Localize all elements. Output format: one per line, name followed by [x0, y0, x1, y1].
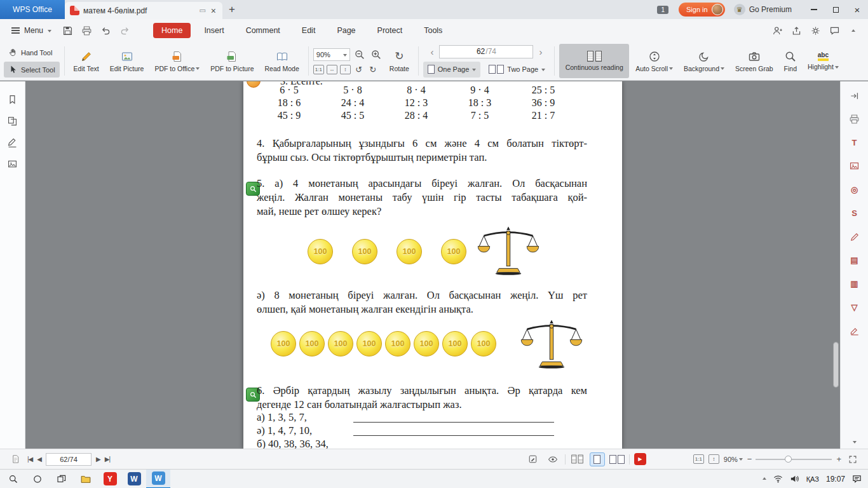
image-tool-button[interactable] [848, 159, 862, 173]
play-button[interactable]: ▶ [634, 453, 646, 465]
highlight-button[interactable]: abc Highlight [803, 44, 843, 78]
stamp-tool-button[interactable]: ◎ [848, 183, 862, 196]
maximize-button[interactable] [825, 0, 846, 19]
next-page-button[interactable]: › [537, 46, 544, 57]
share-user-button[interactable] [769, 23, 785, 38]
menu-button[interactable]: Menu [6, 23, 57, 38]
continuous-reading-button[interactable]: Continuous reading [559, 44, 629, 78]
volume-icon[interactable] [790, 474, 799, 484]
zoom-out-button[interactable] [353, 48, 367, 62]
fit-page-button[interactable]: ↕ [340, 65, 351, 74]
document-canvas[interactable]: 3. Есепте. 6 · 5 5 · 8 8 · 4 9 · 4 25 : … [25, 81, 840, 449]
edit-text-button[interactable]: Edit Text [69, 44, 104, 78]
fit-page-button[interactable]: ↕ [709, 454, 719, 464]
text-tool-button[interactable]: T [848, 136, 862, 149]
collapse-ribbon-button[interactable] [845, 23, 862, 38]
previous-page-button[interactable]: ‹ [428, 46, 435, 57]
settings-button[interactable] [807, 23, 824, 38]
close-window-button[interactable]: × [846, 0, 868, 19]
notification-count-badge[interactable]: 1 [657, 6, 668, 14]
read-mode-button[interactable]: Read Mode [261, 44, 304, 78]
page-setup-button[interactable] [8, 452, 23, 466]
zoom-in-button[interactable] [369, 48, 383, 62]
auto-scroll-button[interactable]: Auto Scroll [631, 44, 677, 78]
annotation-icon[interactable] [7, 137, 18, 148]
save-button[interactable] [59, 23, 76, 38]
previous-page-button[interactable]: ◀ [37, 456, 41, 463]
print-tool-button[interactable] [848, 112, 862, 126]
zoom-slider[interactable] [756, 459, 832, 460]
go-premium-button[interactable]: ♛ Go Premium [734, 4, 792, 15]
filter-tool-button[interactable]: ▽ [848, 301, 862, 314]
word-button[interactable]: W [122, 470, 146, 488]
wps-writer-button[interactable]: W [146, 470, 170, 488]
actual-size-button[interactable]: 1:1 [693, 454, 704, 464]
cortana-button[interactable] [25, 470, 50, 488]
select-tool-button[interactable]: Select Tool [4, 62, 60, 78]
task-view-button[interactable] [50, 470, 74, 488]
vertical-scrollbar[interactable] [832, 81, 839, 449]
zoom-select[interactable]: 90% [313, 48, 350, 61]
rotate-right-button[interactable]: ↻ [367, 65, 379, 74]
notes-tool-button[interactable]: ▤ [848, 254, 862, 267]
undo-button[interactable] [97, 23, 114, 38]
screen-grab-button[interactable]: Screen Grab [731, 44, 778, 78]
taskbar-search-button[interactable] [1, 470, 25, 488]
snapshot-icon[interactable] [7, 159, 18, 170]
zoom-in-button[interactable]: + [836, 454, 841, 464]
one-page-button[interactable]: One Page [423, 62, 481, 78]
app-home-tab[interactable]: WPS Office [0, 0, 65, 19]
document-tab[interactable]: матем 4-бөлім.pdf ▭ × [65, 2, 222, 19]
panel-scroll-down-icon[interactable] [853, 441, 857, 445]
zoom-slider-thumb[interactable] [785, 456, 792, 463]
pdf-to-office-button[interactable]: PDF to Office [150, 44, 204, 78]
tab-tools[interactable]: Tools [416, 23, 451, 38]
collapse-panel-button[interactable] [848, 89, 862, 102]
two-page-button[interactable]: Two Page [484, 62, 550, 78]
actual-size-button[interactable]: 1:1 [313, 65, 324, 74]
redo-button[interactable] [116, 23, 133, 38]
notification-center-icon[interactable] [852, 474, 862, 484]
single-page-view-button[interactable] [590, 452, 605, 466]
zoom-out-button[interactable]: − [747, 454, 752, 464]
language-indicator[interactable]: ҚАЗ [806, 475, 819, 483]
next-page-button[interactable]: ▶ [96, 456, 100, 463]
tab-comment[interactable]: Comment [238, 23, 288, 38]
continuous-view-button[interactable] [570, 452, 585, 466]
scrollbar-thumb[interactable] [833, 342, 839, 388]
fit-width-button[interactable]: ↔ [327, 65, 337, 74]
close-tab-icon[interactable]: × [210, 6, 217, 16]
sign-in-button[interactable]: Sign in [679, 3, 725, 17]
tab-page[interactable]: Page [329, 23, 363, 38]
status-page-input[interactable]: 62/74 [46, 453, 92, 466]
background-button[interactable]: Background [679, 44, 729, 78]
minimize-button[interactable] [803, 0, 825, 19]
hand-tool-button[interactable]: Hand Tool [4, 44, 60, 60]
first-page-button[interactable]: |◀ [27, 456, 32, 463]
file-explorer-button[interactable] [74, 470, 98, 488]
network-icon[interactable] [773, 474, 783, 484]
rotate-left-button[interactable]: ↺ [353, 65, 365, 74]
columns-tool-button[interactable]: ▥ [848, 277, 862, 290]
feedback-button[interactable] [826, 23, 843, 38]
upload-button[interactable] [788, 23, 804, 38]
new-tab-button[interactable]: + [222, 0, 241, 19]
page-number-input[interactable]: 62 /74 [439, 45, 533, 58]
signature-tool-button[interactable]: S [848, 207, 862, 220]
yandex-browser-button[interactable]: Y [98, 470, 122, 488]
tab-protect[interactable]: Protect [369, 23, 411, 38]
tab-insert[interactable]: Insert [196, 23, 232, 38]
read-mode-toggle[interactable] [545, 452, 560, 466]
tab-home[interactable]: Home [153, 23, 191, 38]
rotate-button[interactable]: ↻ Rotate [385, 44, 414, 78]
thumbnails-icon[interactable] [7, 116, 18, 126]
fullscreen-button[interactable] [845, 452, 860, 466]
find-button[interactable]: Find [780, 44, 801, 78]
print-button[interactable] [78, 23, 95, 38]
edit-tool-button[interactable] [848, 324, 862, 337]
last-page-button[interactable]: ▶| [105, 456, 110, 463]
tray-expand-icon[interactable] [763, 475, 766, 480]
two-page-view-button[interactable] [609, 452, 625, 466]
pdf-to-picture-button[interactable]: PDF to Picture [206, 44, 258, 78]
status-zoom-select[interactable]: 90% [724, 456, 743, 463]
